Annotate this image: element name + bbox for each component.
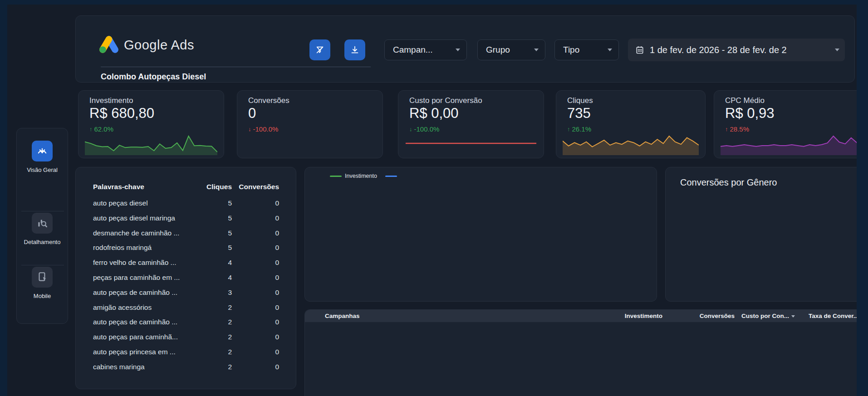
sidebar-item-visao-geral[interactable]: Visão Geral xyxy=(17,141,68,173)
page-nav-sidebar: Visão Geral Detalhamento Mob xyxy=(16,128,68,324)
column-header-campanhas[interactable]: Campanhas xyxy=(325,313,538,319)
keyword-name: desmanche de caminhão ... xyxy=(93,229,193,237)
kpi-value: R$ 680,80 xyxy=(89,105,154,122)
gender-conversions-card: Conversões por Gênero xyxy=(665,167,857,302)
kpi-delta: ↑28.5% xyxy=(725,125,749,133)
keyword-clicks: 5 xyxy=(193,244,232,252)
keyword-conversions: 0 xyxy=(238,303,279,312)
column-header-custo[interactable]: Custo por Con... xyxy=(729,313,795,319)
keyword-conversions: 0 xyxy=(238,229,279,237)
keyword-conversions: 0 xyxy=(238,274,279,282)
chart-search-icon xyxy=(32,213,53,234)
kpi-label: Investimento xyxy=(89,96,133,105)
sidebar-item-label: Mobile xyxy=(17,293,68,299)
kpi-label: Conversões xyxy=(248,96,289,105)
column-header-investimento[interactable]: Investimento xyxy=(595,313,662,319)
custo-sparkline xyxy=(405,132,537,155)
keyword-name: rodofreios maringá xyxy=(93,244,193,252)
keyword-clicks: 2 xyxy=(193,303,232,312)
legend-item-investimento[interactable]: Investimento xyxy=(330,173,377,179)
kpi-value: R$ 0,93 xyxy=(725,105,775,122)
filter-off-icon xyxy=(315,45,325,55)
keyword-clicks: 2 xyxy=(193,348,232,356)
kpi-card-investimento: Investimento R$ 680,80 ↑62.0% xyxy=(78,90,224,158)
keyword-clicks: 2 xyxy=(193,333,232,341)
type-filter-dropdown[interactable]: Tipo xyxy=(554,39,619,60)
kpi-value: 735 xyxy=(567,105,591,122)
keyword-name: auto peças diesel maringa xyxy=(93,214,193,222)
chevron-down-icon xyxy=(456,49,460,51)
timeseries-chart xyxy=(305,181,657,302)
keyword-name: auto peças para caminhã... xyxy=(93,333,193,341)
keyword-clicks: 5 xyxy=(193,214,232,222)
legend-item-conversoes[interactable] xyxy=(385,176,397,177)
kpi-card-cliques: Cliques 735 ↑26.1% xyxy=(556,90,706,158)
keyword-conversions: 0 xyxy=(238,333,279,341)
chevron-down-icon xyxy=(835,49,839,51)
report-canvas: Google Ads Colombo Autopeças Diesel Camp… xyxy=(7,5,857,396)
kpi-delta: ↑62.0% xyxy=(89,125,113,133)
keyword-clicks: 5 xyxy=(193,199,232,207)
keyword-name: ferro velho de caminhão ... xyxy=(93,259,193,267)
campaign-filter-label: Campan... xyxy=(393,45,433,55)
sidebar-item-detalhamento[interactable]: Detalhamento xyxy=(17,213,68,245)
download-icon xyxy=(350,45,360,55)
sidebar-item-label: Visão Geral xyxy=(17,166,68,173)
keyword-name: cabines maringa xyxy=(93,363,193,371)
keyword-row[interactable]: peças para caminhão em ...40 xyxy=(76,274,296,287)
keyword-row[interactable]: cabines maringa20 xyxy=(76,363,296,376)
kpi-delta: ↓-100.0% xyxy=(409,125,439,133)
kpi-label: CPC Médio xyxy=(725,96,765,105)
legend-swatch xyxy=(385,176,397,177)
download-button[interactable] xyxy=(344,39,365,60)
keyword-clicks: 2 xyxy=(193,318,232,326)
investimento-sparkline xyxy=(85,132,217,155)
date-range-picker[interactable]: 1 de fev. de 2026 - 28 de fev. de 2 xyxy=(628,39,845,61)
keyword-clicks: 3 xyxy=(193,288,232,297)
gender-card-title: Conversões por Gênero xyxy=(680,177,777,188)
timeseries-chart-card: Investimento xyxy=(304,167,657,302)
campaigns-table-card: Campanhas Investimento Conversões Custo … xyxy=(304,309,857,396)
keyword-row[interactable]: auto peças de caminhão ...30 xyxy=(76,288,296,302)
campaign-filter-dropdown[interactable]: Campan... xyxy=(384,39,467,60)
delta-arrow-icon: ↓ xyxy=(248,126,251,132)
keyword-row[interactable]: ferro velho de caminhão ...40 xyxy=(76,259,296,272)
campaigns-table-header: Campanhas Investimento Conversões Custo … xyxy=(305,310,857,322)
product-name: Google Ads xyxy=(124,38,194,53)
keyword-row[interactable]: rodofreios maringá50 xyxy=(76,244,296,257)
delta-arrow-icon: ↓ xyxy=(409,126,412,132)
column-header-taxa[interactable]: Taxa de Conver... xyxy=(791,313,857,319)
keyword-name: auto peças princesa em ... xyxy=(93,348,193,356)
kpi-label: Cliques xyxy=(567,96,593,105)
kpi-value: 0 xyxy=(248,105,256,122)
keyword-name: amigão acessórios xyxy=(93,303,193,312)
keyword-conversions: 0 xyxy=(238,288,279,297)
column-header-cliques[interactable]: Cliques xyxy=(193,183,232,191)
header-divider xyxy=(101,67,371,67)
keyword-row[interactable]: auto peças diesel50 xyxy=(76,199,296,213)
keyword-row[interactable]: desmanche de caminhão ...50 xyxy=(76,229,296,243)
keyword-row[interactable]: amigão acessórios20 xyxy=(76,303,296,317)
account-name: Colombo Autopeças Diesel xyxy=(101,72,206,82)
chevron-down-icon xyxy=(608,49,612,51)
calendar-icon xyxy=(635,45,644,54)
keyword-row[interactable]: auto peças para caminhã...20 xyxy=(76,333,296,347)
keyword-name: peças para caminhão em ... xyxy=(93,274,193,282)
delta-arrow-icon: ↑ xyxy=(89,126,93,132)
sidebar-item-mobile[interactable]: Mobile xyxy=(17,267,68,299)
delta-arrow-icon: ↑ xyxy=(725,126,728,132)
column-header-palavras-chave[interactable]: Palavras-chave xyxy=(93,183,193,191)
keyword-name: auto peças diesel xyxy=(93,199,193,207)
keyword-row[interactable]: auto peças princesa em ...20 xyxy=(76,348,296,362)
keyword-row[interactable]: auto peças diesel maringa50 xyxy=(76,214,296,228)
chart-legend: Investimento xyxy=(330,173,397,179)
reset-filters-button[interactable] xyxy=(309,39,330,60)
header-card: Google Ads Colombo Autopeças Diesel Camp… xyxy=(75,15,855,83)
column-header-conversoes[interactable]: Conversões xyxy=(669,313,735,319)
column-header-conversoes[interactable]: Conversões xyxy=(238,183,279,191)
legend-swatch xyxy=(330,176,342,177)
keyword-row[interactable]: auto peças de caminhão ...20 xyxy=(76,318,296,332)
group-filter-dropdown[interactable]: Grupo xyxy=(477,39,545,60)
kpi-delta: ↑26.1% xyxy=(567,125,591,133)
keyword-conversions: 0 xyxy=(238,318,279,326)
